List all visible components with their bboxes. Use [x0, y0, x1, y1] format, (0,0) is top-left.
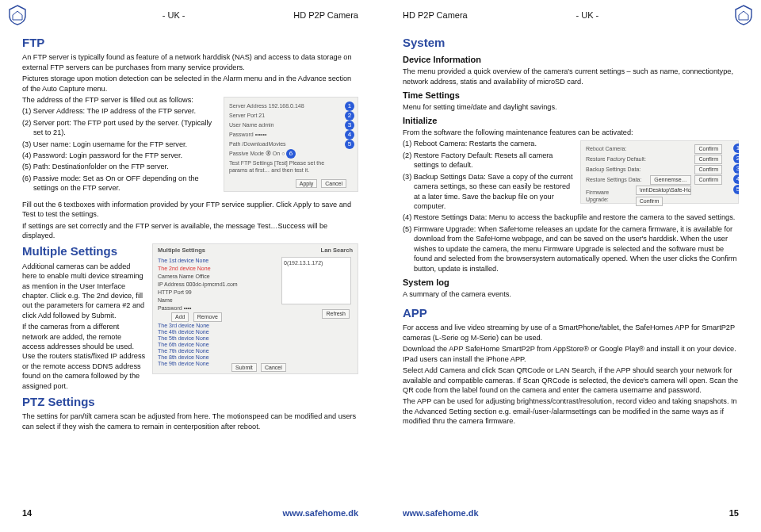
header-right: HD P2P Camera - UK - — [403, 10, 739, 32]
sysfig-r4m: Gennemse… — [650, 175, 690, 184]
fig-passive: Passive Mode ⦿ On ○ Off — [229, 150, 342, 157]
msfig-cancel-button: Cancel — [261, 363, 286, 372]
badge-r5-icon: 5 — [733, 185, 739, 194]
system-heading: System — [403, 35, 739, 51]
content-left: FTP An FTP server is typically found as … — [22, 32, 358, 503]
msfig-tab-multi: Multiple Settings — [158, 247, 205, 255]
badge-r3-icon: 3 — [733, 164, 739, 174]
footer-url-right: www.safehome.dk — [403, 507, 479, 519]
badge-5-icon: 5 — [345, 140, 354, 149]
ftp-heading: FTP — [22, 35, 358, 51]
msfig-http: HTTP Port 99 — [158, 289, 192, 296]
badge-r1-icon: 1 — [733, 144, 739, 153]
content-right: System Device Information The menu provi… — [403, 32, 739, 503]
page-right: HD P2P Camera - UK - System Device Infor… — [380, 0, 761, 532]
safehome-logo-icon — [734, 5, 753, 25]
sysfig-r5b: Confirm — [636, 197, 663, 205]
footer-url-left: www.safehome.dk — [282, 507, 358, 519]
fig-server-address: Server Address 192.168.0.148 — [229, 102, 342, 109]
ftp-p4: Fill out the 6 textboxes with informatio… — [22, 200, 358, 220]
footer-left: 14 www.safehome.dk — [22, 503, 358, 519]
fig-server-port: Server Port 21 — [229, 112, 342, 119]
badge-2-icon: 2 — [345, 111, 354, 121]
time-p1: Menu for setting time/date and daylight … — [403, 102, 739, 112]
badge-3-icon: 3 — [345, 121, 354, 130]
page-left: - UK - HD P2P Camera FTP An FTP server i… — [0, 0, 380, 532]
app-p1: For access and live video streaming by u… — [403, 323, 739, 343]
init-i4: (4) Restore Settings Data: Menu to acces… — [403, 212, 739, 222]
header-uk-r: - UK - — [576, 10, 598, 21]
app-heading: APP — [403, 305, 739, 321]
sysfig-r4l: Restore Settings Data: — [586, 176, 641, 183]
sysfig-r2l: Restore Factory Default: — [586, 155, 646, 163]
init-heading: Initialize — [403, 115, 739, 127]
msfig-cname: Camera Name Office — [158, 273, 210, 280]
fig-user-name: User Name admin — [229, 121, 342, 128]
sysfig-r1b: Confirm — [694, 144, 722, 153]
app-p3: Select Add Camera and click Scan QRCode … — [403, 366, 739, 395]
sysfig-r2b: Confirm — [694, 155, 722, 163]
ftp-p1: An FTP server is typically found as feat… — [22, 52, 358, 72]
msfig-r9: The 9th device None — [158, 360, 209, 367]
badge-r2-icon: 2 — [733, 154, 739, 163]
msfig-submit-button: Submit — [231, 363, 257, 372]
safehome-logo-icon — [8, 5, 27, 25]
msfig-lan-result: 0(192.13.1.172) — [281, 257, 351, 304]
time-heading: Time Settings — [403, 90, 739, 101]
page-number-right: 15 — [729, 507, 739, 519]
app-p4: The APP can be used for adjusting bright… — [403, 396, 739, 426]
sysfig-r3b: Confirm — [694, 165, 722, 174]
msfig-pwd: Password •••• — [158, 304, 191, 312]
ptz-heading: PTZ Settings — [22, 394, 358, 410]
header-uk: - UK - — [163, 10, 185, 21]
init-i5: (5) Firmware Upgrade: When SafeHome rele… — [403, 224, 739, 274]
app-p2: Download the APP SafeHome SmartP2P from … — [403, 344, 739, 364]
msfig-add-button: Add — [171, 312, 189, 321]
footer-right: www.safehome.dk 15 — [403, 503, 739, 519]
ftp-settings-figure: Server Address 192.168.0.148 Server Port… — [224, 97, 358, 192]
fig-test: Test FTP Settings [Test] Please set the … — [229, 159, 342, 174]
multiple-settings-figure: Multiple Settings Lan Search The 1st dev… — [152, 243, 358, 374]
ftp-p5: If settings are set correctly and the FT… — [22, 221, 358, 241]
msfig-user: Name — [158, 297, 173, 304]
badge-1-icon: 1 — [345, 101, 354, 111]
fig-cancel-button: Cancel — [321, 179, 346, 188]
badge-r4-icon: 4 — [733, 174, 739, 184]
fig-password: Password •••••• — [229, 131, 342, 138]
syslog-heading: System log — [403, 277, 739, 289]
ptz-p1: The settins for pan/tilt camera scan be … — [22, 411, 358, 431]
ftp-p2: Pictures storage upon motion detection c… — [22, 74, 358, 94]
msfig-ip: IP Address 000dc-ipmcmd1.com — [158, 281, 238, 288]
fig-apply-button: Apply — [296, 179, 318, 188]
init-p0: From the software the following maintena… — [403, 128, 739, 137]
fig-path: Path /DownloadMovies — [229, 140, 342, 147]
badge-4-icon: 4 — [345, 130, 354, 140]
msfig-refresh-button: Refresh — [322, 309, 350, 318]
msfig-row1: The 1st device None — [158, 257, 208, 264]
msfig-remove-button: Remove — [193, 312, 222, 321]
sysfig-r4b: Confirm — [694, 175, 722, 184]
syslog-p1: A summary of the camera events. — [403, 289, 739, 299]
msfig-tab-lan: Lan Search — [321, 247, 353, 255]
msfig-row2: The 2nd device None — [158, 265, 211, 272]
header-title: HD P2P Camera — [293, 10, 358, 21]
devinfo-heading: Device Information — [403, 54, 739, 66]
initialize-figure: Reboot Camera: Confirm Restore Factory D… — [580, 140, 739, 204]
header-left: - UK - HD P2P Camera — [22, 10, 358, 32]
devinfo-p1: The menu provided a quick overview of th… — [403, 67, 739, 86]
sysfig-r1l: Reboot Camera: — [586, 145, 626, 152]
header-title-r: HD P2P Camera — [403, 10, 468, 21]
sysfig-r5l: Firmware Upgrade: — [586, 189, 633, 204]
sysfig-r3l: Backup Settings Data: — [586, 166, 641, 173]
sysfig-r5m: \mt\Desktop\Safe-Home M… Gennemse… — [636, 186, 691, 194]
page-number-left: 14 — [22, 507, 32, 519]
badge-6-icon: 6 — [286, 149, 296, 159]
